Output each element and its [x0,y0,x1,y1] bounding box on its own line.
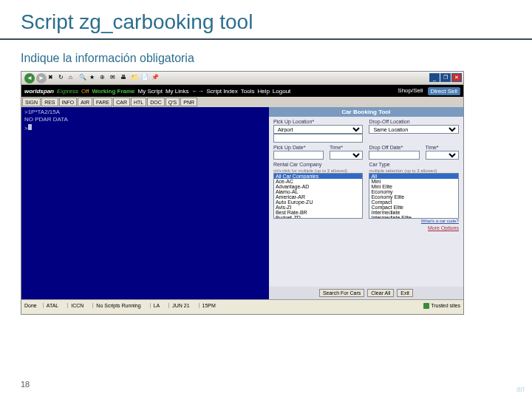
list-item[interactable]: Compact Elite [369,205,458,210]
home-icon[interactable]: ⌂ [69,74,78,83]
pickup-location-input[interactable] [273,134,364,143]
main-area: >1P*TA2/15A NO PDAR DATA > Car Booking T… [21,107,463,299]
pickup-location-select[interactable]: Airport [273,125,364,134]
shop-sell-tab[interactable]: Shop/Sell [398,87,423,95]
express-label: Express [57,88,78,95]
help-link[interactable]: Help [257,88,269,95]
list-item[interactable]: Mini Elite [369,184,458,189]
footer-logo: an [516,385,525,393]
car-type-label: Car Type [369,162,459,167]
mail-icon[interactable]: ✉ [110,74,119,83]
dropoff-date-label: Drop Off Date* [369,145,419,150]
more-options-link[interactable]: More Options [273,225,459,231]
search-icon[interactable]: 🔍 [79,74,88,83]
terminal[interactable]: >1P*TA2/15A NO PDAR DATA > [21,107,269,299]
list-item[interactable]: Advantage-AD [274,184,363,189]
dropoff-location-select[interactable]: Same Location [369,125,459,134]
forward-button[interactable]: ► [36,73,47,83]
rental-company-list[interactable]: All Car Companies Ace-AC Advantage-AD Al… [273,173,364,219]
panel-title: Car Booking Tool [269,107,463,117]
back-button[interactable]: ◄ [24,73,35,83]
status-date: JUN 21 [168,303,192,308]
fkey-air[interactable]: AIR [78,98,92,106]
car-code-link[interactable]: What's a car code? [369,219,459,223]
list-item[interactable]: All [369,174,458,179]
car-type-list[interactable]: All Mini Mini Elite Economy Economy Elit… [369,173,459,219]
fkey-qs[interactable]: Q'S [166,98,180,106]
terminal-line-3: > [24,124,266,132]
fkey-info[interactable]: INFO [59,98,78,106]
fkey-fare[interactable]: FARE [93,98,112,106]
page-number: 18 [21,380,30,389]
clear-button[interactable]: Clear All [367,289,394,297]
window-controls: _ ❐ ✕ [429,73,462,82]
minimize-button[interactable]: _ [429,73,440,82]
page-icon[interactable]: 📄 [141,74,150,83]
direct-sell-tab[interactable]: Direct Sell [428,87,460,95]
rental-company-label: Rental Car Company [273,162,364,167]
dropoff-date-input[interactable] [369,151,419,160]
terminal-line-1: >1P*TA2/15A [24,109,266,116]
status-la: LA [150,303,163,308]
status-iccn: ICCN [67,303,86,308]
list-item[interactable]: Economy Elite [369,194,458,200]
pickup-date-input[interactable] [273,151,324,160]
brand-logo: worldspan [24,88,54,95]
maximize-button[interactable]: ❐ [440,73,451,82]
nav-arrows[interactable]: ←→ [191,88,203,95]
pickup-date-label: Pick Up Date* [273,145,324,150]
my-script-link[interactable]: My Script [138,88,163,95]
list-item[interactable]: Ace-AC [274,179,363,184]
list-item[interactable]: Best Rate-BR [274,210,363,215]
status-bar: Done ATAL ICCN No Scripts Running LA JUN… [21,299,463,311]
refresh-icon[interactable]: ↻ [58,74,67,83]
list-item[interactable]: Intermediate [369,210,458,215]
fkey-htl[interactable]: HTL [131,98,146,106]
shield-icon [423,303,429,309]
search-button[interactable]: Search For Cars [319,289,364,297]
fkey-sign[interactable]: SIGN [22,98,41,106]
list-item[interactable]: Budget-ZD [274,215,363,219]
exit-button[interactable]: Exit [397,289,413,297]
list-item[interactable]: Avis-ZI [274,205,363,210]
slide-title: Script zg_carbooking tool [0,0,532,40]
function-keys: SIGN RES INFO AIR FARE CAR HTL DOC Q'S P… [21,97,463,107]
cursor-icon [28,124,32,130]
fkey-doc[interactable]: DOC [147,98,165,106]
my-links-link[interactable]: My Links [166,88,189,95]
fkey-pnr[interactable]: PNR [180,98,197,106]
folder-icon[interactable]: 📁 [131,74,140,83]
working-frame-label: Working Frame [92,88,134,95]
fkey-res[interactable]: RES [41,98,58,106]
status-time: 15PM [199,303,219,308]
list-item[interactable]: Mini [369,179,458,184]
car-booking-panel: Car Booking Tool Pick Up Location* Airpo… [269,107,463,299]
list-item[interactable]: Auto Europe-ZU [274,200,363,205]
tools-link[interactable]: Tools [241,88,255,95]
app-window: _ ❐ ✕ ◄ ► ✖ ↻ ⌂ 🔍 ★ ⊕ ✉ 🖶 📁 📄 📌 worldspa… [21,71,464,315]
close-button[interactable]: ✕ [451,73,462,82]
pickup-time-label: Time* [330,145,363,150]
list-item[interactable]: Compact [369,200,458,205]
brand-bar: worldspan Express Off Working Frame My S… [21,85,463,97]
pickup-time-select[interactable] [330,151,363,160]
logout-link[interactable]: Logout [273,88,290,95]
list-item[interactable]: Americar-AR [274,194,363,200]
trusted-sites: Trusted sites [423,303,460,309]
history-icon[interactable]: ⊕ [100,74,109,83]
favorites-icon[interactable]: ★ [89,74,98,83]
ie-toolbar: ◄ ► ✖ ↻ ⌂ 🔍 ★ ⊕ ✉ 🖶 📁 📄 📌 [21,72,463,85]
pin-icon[interactable]: 📌 [151,74,160,83]
pickup-location-label: Pick Up Location* [273,119,364,124]
script-index-link[interactable]: Script Index [206,88,237,95]
list-item[interactable]: All Car Companies [274,174,363,179]
stop-icon[interactable]: ✖ [48,74,57,83]
dropoff-time-select[interactable] [426,151,459,160]
list-item[interactable]: Alamo-AL [274,189,363,194]
fkey-car[interactable]: CAR [113,98,130,106]
print-icon[interactable]: 🖶 [120,74,129,83]
button-row: Search For Cars Clear All Exit [269,287,463,299]
list-item[interactable]: Economy [369,189,458,194]
dropoff-location-label: Drop-Off Location [369,119,459,124]
status-done: Done [24,303,37,308]
